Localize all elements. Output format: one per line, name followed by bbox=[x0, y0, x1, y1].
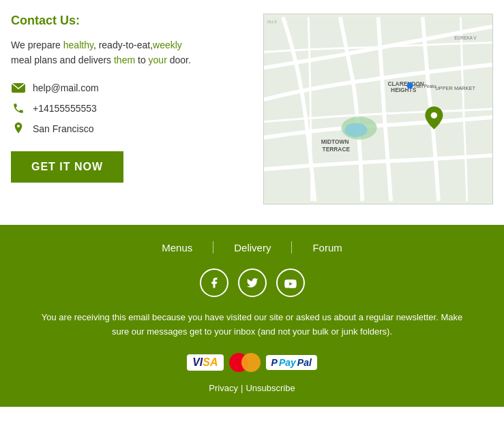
youtube-icon[interactable] bbox=[276, 268, 305, 297]
footer-nav-delivery[interactable]: Delivery bbox=[213, 242, 291, 253]
contact-description: We prepare healthy, ready-to-eat,weekly … bbox=[11, 37, 250, 68]
footer-links: Privacy | Unsubscribe bbox=[11, 383, 493, 393]
svg-text:MIDTOWN: MIDTOWN bbox=[321, 138, 349, 145]
email-icon bbox=[11, 80, 26, 95]
svg-point-10 bbox=[406, 82, 413, 89]
payment-icons: VISA PPayPal bbox=[11, 353, 493, 372]
privacy-link[interactable]: Privacy bbox=[209, 383, 238, 393]
contact-info: Contact Us: We prepare healthy, ready-to… bbox=[11, 14, 263, 204]
social-icons bbox=[11, 268, 493, 297]
unsubscribe-link[interactable]: Unsubscribe bbox=[246, 383, 295, 393]
location-item: San Francisco bbox=[11, 121, 250, 136]
footer-nav-forum[interactable]: Forum bbox=[292, 242, 362, 253]
phone-icon bbox=[11, 101, 26, 116]
svg-text:HEIGHTS: HEIGHTS bbox=[391, 87, 417, 93]
facebook-icon[interactable] bbox=[200, 268, 228, 297]
email-text: help@mail.com bbox=[33, 82, 99, 93]
mastercard-payment-icon bbox=[229, 353, 261, 372]
footer-disclaimer: You are receiving this email because you… bbox=[34, 311, 471, 339]
svg-text:OLLS: OLLS bbox=[267, 20, 278, 24]
footer-nav-menus[interactable]: Menus bbox=[141, 242, 213, 253]
footer-link-separator: | bbox=[241, 383, 243, 393]
email-item: help@mail.com bbox=[11, 80, 250, 95]
phone-item: +14155555553 bbox=[11, 101, 250, 116]
svg-text:UPPER MARKET: UPPER MARKET bbox=[435, 85, 475, 91]
location-text: San Francisco bbox=[33, 123, 93, 134]
svg-text:Twin Peaks: Twin Peaks bbox=[414, 84, 437, 89]
paypal-payment-icon: PPayPal bbox=[266, 355, 317, 370]
contact-title: Contact Us: bbox=[11, 14, 250, 28]
svg-text:EUREKA V: EUREKA V bbox=[454, 35, 477, 40]
phone-text: +14155555553 bbox=[33, 103, 97, 114]
visa-payment-icon: VISA bbox=[187, 354, 223, 371]
svg-point-12 bbox=[431, 112, 437, 119]
twitter-icon[interactable] bbox=[238, 268, 267, 297]
contact-details: help@mail.com +14155555553 San Francisco bbox=[11, 80, 250, 136]
contact-section: Contact Us: We prepare healthy, ready-to… bbox=[0, 0, 504, 225]
location-icon bbox=[11, 121, 26, 136]
svg-point-3 bbox=[344, 123, 368, 136]
map-area: CLARENDON HEIGHTS UPPER MARKET MIDTOWN T… bbox=[263, 14, 493, 204]
svg-text:TERRACE: TERRACE bbox=[323, 146, 351, 153]
get-it-now-button[interactable]: GET IT NOW bbox=[11, 151, 123, 183]
footer: Menus Delivery Forum You are receiving t… bbox=[0, 225, 504, 407]
footer-nav: Menus Delivery Forum bbox=[11, 241, 493, 253]
